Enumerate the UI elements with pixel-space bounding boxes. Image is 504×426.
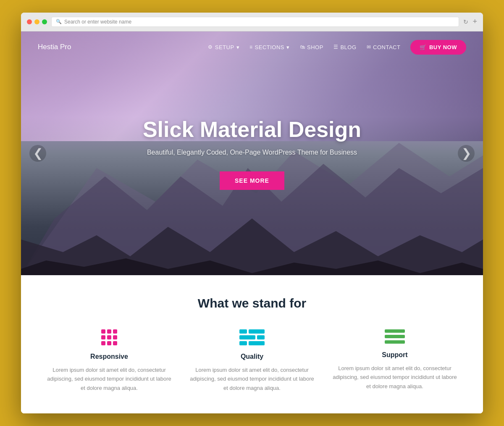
address-text: Search or enter website name (64, 19, 131, 25)
nav-item-blog[interactable]: ☰ BLOG (333, 44, 357, 50)
nav-menu: ⚙ SETUP ▾ ≡ SECTIONS ▾ 🛍 SHOP ☰ (208, 40, 466, 55)
address-bar[interactable]: 🔍 Search or enter website name (51, 17, 459, 27)
navbar: Hestia Pro ⚙ SETUP ▾ ≡ SECTIONS ▾ 🛍 SHO (21, 32, 483, 63)
carousel-prev-button[interactable]: ❮ (29, 145, 46, 162)
feature-item-responsive: Responsive Lorem ipsum dolor sit amet el… (46, 329, 172, 392)
shop-icon: 🛍 (300, 44, 305, 50)
browser-window: 🔍 Search or enter website name ↻ + (21, 13, 483, 413)
new-tab-button[interactable]: + (472, 17, 477, 26)
hero-title: Slick Material Design (143, 117, 361, 142)
quality-title: Quality (189, 353, 315, 360)
layout-icon (239, 329, 265, 345)
features-section: What we stand for Responsive Lorem ipsum… (21, 275, 483, 413)
sections-icon: ≡ (249, 44, 253, 50)
features-title: What we stand for (46, 296, 458, 310)
browser-dots (27, 19, 47, 24)
website-content: Hestia Pro ⚙ SETUP ▾ ≡ SECTIONS ▾ 🛍 SHO (21, 32, 483, 413)
nav-item-sections[interactable]: ≡ SECTIONS ▾ (249, 44, 289, 50)
browser-chrome: 🔍 Search or enter website name ↻ + (21, 13, 483, 32)
support-title: Support (332, 351, 458, 359)
search-icon: 🔍 (56, 19, 62, 24)
features-grid: Responsive Lorem ipsum dolor sit amet el… (46, 329, 458, 392)
cart-icon: 🛒 (420, 44, 427, 50)
feature-item-support: Support Lorem ipsum dolor sit amet elit … (332, 329, 458, 392)
support-description: Lorem ipsum dolor sit amet elit do, cons… (332, 364, 458, 391)
responsive-title: Responsive (46, 353, 172, 360)
blog-icon: ☰ (333, 44, 339, 50)
nav-item-setup[interactable]: ⚙ SETUP ▾ (208, 44, 239, 50)
nav-item-shop[interactable]: 🛍 SHOP (300, 44, 323, 50)
buy-now-button[interactable]: 🛒 BUY NOW (410, 40, 466, 55)
hero-section: Hestia Pro ⚙ SETUP ▾ ≡ SECTIONS ▾ 🛍 SHO (21, 32, 483, 275)
hero-content: Slick Material Design Beautiful, Elegant… (143, 117, 361, 190)
responsive-description: Lorem ipsum dolor sit amet elit do, cons… (46, 366, 172, 392)
responsive-icon-wrap (46, 329, 172, 345)
grid-icon (101, 329, 117, 345)
chevron-down-icon: ▾ (236, 44, 240, 50)
hero-subtitle: Beautiful, Elegantly Coded, One-Page Wor… (143, 149, 361, 156)
maximize-button[interactable] (42, 19, 47, 24)
quality-icon-wrap (189, 329, 315, 345)
contact-icon: ✉ (367, 44, 371, 50)
minimize-button[interactable] (34, 19, 39, 24)
lines-icon (385, 329, 405, 344)
quality-description: Lorem ipsum dolor sit amet elit do, cons… (189, 366, 315, 392)
setup-icon: ⚙ (208, 44, 213, 50)
see-more-button[interactable]: SEE MORE (220, 171, 284, 190)
nav-item-contact[interactable]: ✉ CONTACT (367, 44, 401, 50)
refresh-button[interactable]: ↻ (463, 18, 468, 25)
brand-logo[interactable]: Hestia Pro (38, 43, 71, 51)
carousel-next-button[interactable]: ❯ (458, 145, 475, 162)
close-button[interactable] (27, 19, 32, 24)
chevron-down-icon-sections: ▾ (286, 44, 290, 50)
feature-item-quality: Quality Lorem ipsum dolor sit amet elit … (189, 329, 315, 392)
support-icon-wrap (332, 329, 458, 344)
